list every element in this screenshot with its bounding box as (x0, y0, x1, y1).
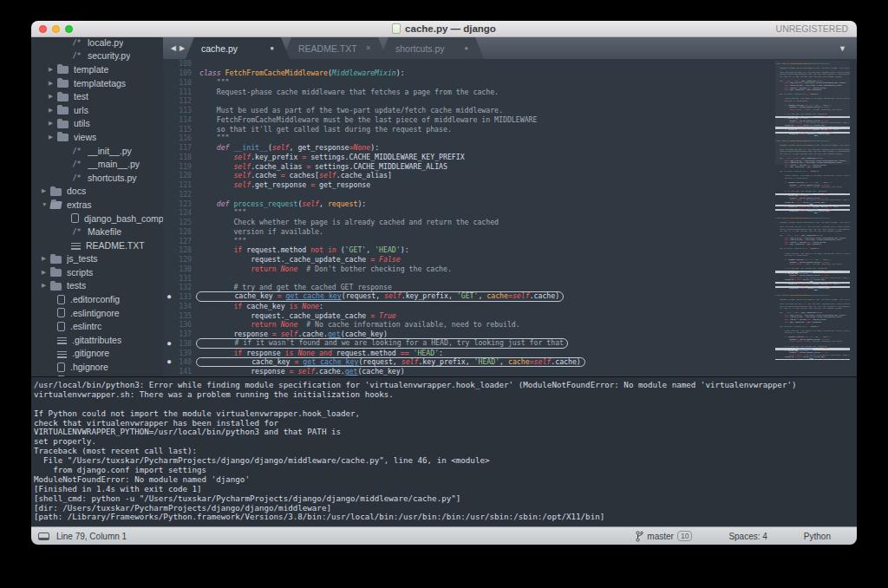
line-number: 109 (163, 69, 199, 77)
chevron-right-icon[interactable]: ▶ (42, 282, 50, 289)
sidebar-item-views[interactable]: ▶views (31, 130, 163, 144)
line-number: 136 (163, 320, 199, 329)
sidebar-item-django-bash-completion[interactable]: django_bash_completion (31, 212, 163, 225)
chevron-right-icon[interactable]: ▶ (49, 66, 57, 73)
line-number: 112 (163, 96, 199, 105)
chevron-right-icon[interactable]: ▶ (42, 269, 50, 276)
branch-name: master (647, 532, 674, 541)
sidebar-item-tests[interactable]: ▶tests (31, 279, 163, 293)
git-branch-status[interactable]: master 10 (636, 531, 692, 542)
code-line-132: 132 # try and get the cached GET respons… (163, 283, 857, 292)
sidebar-item-label: urls (74, 105, 88, 115)
sidebar-item-security-py[interactable]: /*security.py (31, 49, 163, 63)
nav-forward-icon[interactable]: ▶ (180, 44, 185, 52)
code-editor[interactable]: 108109class FetchFromCacheMiddleware(Mid… (163, 59, 857, 376)
sidebar-item-utils[interactable]: ▶utils (31, 117, 163, 131)
line-number: 139 (163, 349, 199, 357)
code-text: response = self.cache.get(cache_key) (199, 367, 405, 376)
sidebar-item-label: template (74, 64, 108, 75)
zoom-button[interactable] (65, 25, 73, 33)
sidebar-item-test[interactable]: ▶test (31, 89, 163, 103)
sidebar-item--editorconfig[interactable]: .editorconfig (31, 292, 163, 306)
close-button[interactable] (39, 25, 47, 33)
chevron-right-icon[interactable]: ▶ (42, 187, 50, 194)
sidebar-item-extras[interactable]: ▼extras (31, 198, 163, 212)
editor-column: ◀ ▶ cache.py●README.TXT✕shortcuts.py● ▼ … (163, 37, 857, 376)
line-number: 120 (163, 171, 199, 180)
line-number: 117 (163, 143, 199, 152)
line-number: 127 (163, 237, 199, 245)
chevron-right-icon[interactable]: ▶ (49, 80, 57, 87)
code-line-122: 122 (163, 190, 857, 199)
tab-label: shortcuts.py (395, 43, 445, 54)
tab-cache-py[interactable]: cache.py● (186, 37, 290, 59)
chevron-right-icon[interactable]: ▶ (49, 120, 57, 127)
line-number: 124 (163, 208, 199, 217)
minimap-line: # if it wasn't found and we are looking … (775, 359, 850, 360)
sidebar-item--hgignore[interactable]: .hgignore (31, 360, 163, 374)
line-number: 115 (163, 125, 199, 134)
minimap[interactable]: class FetchFromCacheMiddleware(Middlewar… (775, 61, 850, 360)
nav-back-icon[interactable]: ◀ (171, 44, 176, 52)
minimap-line: return None # Don't bother checking the … (775, 341, 850, 343)
code-line-139: 139 if response is None and request.meth… (163, 348, 857, 357)
code-text: request._cache_update_cache = False (199, 255, 401, 264)
chevron-right-icon[interactable]: ▶ (42, 255, 50, 262)
chevron-right-icon[interactable]: ▶ (49, 93, 57, 100)
sidebar-item-label: views (74, 132, 96, 142)
folder-icon (57, 134, 69, 141)
syntax-setting[interactable]: Python (804, 532, 831, 541)
sidebar-item-templatetags[interactable]: ▶templatetags (31, 76, 163, 90)
code-line-117: 117 def __init__(self, get_response=None… (163, 143, 857, 153)
minimap-line: so that it'll get called last during the… (775, 231, 850, 233)
code-line-131: 131 (163, 273, 857, 283)
folder-icon (50, 283, 62, 291)
sidebar-item--eslintignore[interactable]: .eslintignore (31, 306, 163, 320)
code-text: request._cache_update_cache = True (199, 311, 396, 320)
sidebar-item-label: extras (67, 199, 92, 210)
sidebar-item-js-tests[interactable]: ▶js_tests (31, 252, 163, 266)
modified-dot-icon: ● (270, 44, 274, 52)
code-text: version if available. (199, 227, 323, 236)
line-number: 118 (163, 153, 199, 161)
sidebar-item--init-py[interactable]: /*__init__.py (31, 144, 163, 158)
tab-readme-txt[interactable]: README.TXT✕ (283, 37, 387, 59)
sidebar-item-shortcuts-py[interactable]: /*shortcuts.py (31, 171, 163, 185)
tab-shortcuts-py[interactable]: shortcuts.py● (380, 37, 484, 59)
sidebar-item--gitignore[interactable]: .gitignore (31, 347, 163, 361)
code-text: """ (199, 78, 230, 87)
code-line-133: ●133 cache_key = get_cache_key(request, … (163, 292, 857, 302)
sidebar-item-locale-py[interactable]: /*locale.py (31, 37, 163, 49)
sidebar-item-makefile[interactable]: /*Makefile (31, 225, 163, 238)
minimize-button[interactable] (52, 25, 60, 33)
py-icon: /* (71, 51, 82, 60)
sidebar-item-scripts[interactable]: ▶scripts (31, 265, 163, 279)
line-number: 126 (163, 227, 199, 236)
py-icon: /* (71, 147, 82, 155)
sidebar-item-urls[interactable]: ▶urls (31, 103, 163, 117)
folder-icon (57, 107, 69, 114)
sidebar-item-readme-txt[interactable]: README.TXT (31, 238, 163, 252)
sidebar-item-docs[interactable]: ▶docs (31, 185, 163, 199)
panel-toggle-icon[interactable] (38, 532, 49, 540)
folder-icon (57, 121, 69, 128)
code-line-125: 125 Check whether the page is already ca… (163, 218, 857, 227)
sidebar-item--gitattributes[interactable]: .gitattributes (31, 333, 163, 347)
close-icon[interactable]: ✕ (365, 44, 371, 52)
chevron-right-icon[interactable]: ▶ (49, 107, 57, 114)
build-output-panel[interactable]: /usr/local/bin/python3: Error while find… (31, 376, 857, 526)
code-text: Must be used as part of the two-part upd… (199, 106, 503, 114)
tab-list-dropdown-icon[interactable]: ▼ (839, 44, 846, 53)
text-icon (71, 240, 81, 250)
sidebar-item--eslintrc[interactable]: .eslintrc (31, 319, 163, 333)
py-icon: /* (71, 173, 82, 182)
main-area: /*locale.py/*security.py▶template▶templa… (31, 37, 857, 376)
chevron-right-icon[interactable]: ▶ (49, 134, 57, 140)
code-text: self.cache = caches[self.cache_alias] (199, 171, 392, 180)
code-text: self.cache_alias = settings.CACHE_MIDDLE… (199, 162, 447, 171)
indentation-setting[interactable]: Spaces: 4 (728, 532, 767, 541)
line-number: 134 (163, 302, 199, 310)
sidebar-item--main-py[interactable]: /*__main__.py (31, 157, 163, 171)
title-bar[interactable]: cache.py — django UNREGISTERED (31, 21, 857, 37)
sidebar-item-template[interactable]: ▶template (31, 62, 163, 76)
